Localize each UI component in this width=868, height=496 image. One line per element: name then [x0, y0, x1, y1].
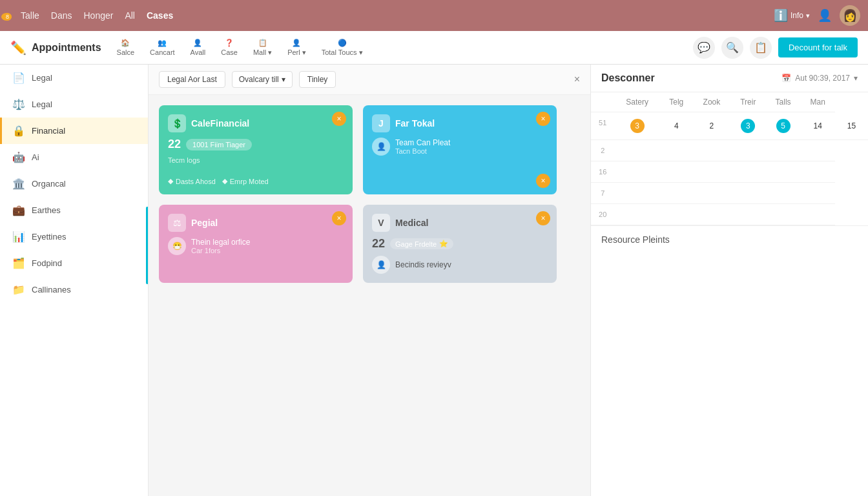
profile-button[interactable]: 👤: [818, 8, 832, 23]
card4-logo: V: [372, 214, 390, 232]
sidebar-item-eyettines[interactable]: 📊 Eyettines: [0, 223, 148, 250]
info-chevron-icon: ▾: [806, 12, 810, 20]
cal-day-3b[interactable]: 3: [730, 112, 765, 140]
card4-title: Medical: [395, 218, 428, 228]
srect-dropdown[interactable]: Perl ▾: [287, 48, 306, 57]
top-nav-links: Talle Dans Honger All Cases: [21, 10, 173, 21]
sidebar-label-earthes: Earthes: [32, 205, 61, 215]
filter-dropdown-label: Ovalcary till: [239, 75, 279, 84]
card1-footer: ◆ Dasts Ahosd ◆ Emrp Moted: [168, 177, 344, 185]
card1-footer-label1: Dasts Ahosd: [176, 178, 216, 185]
cal-empty-20: [614, 204, 834, 225]
files-icon: 📁: [12, 284, 25, 296]
chat-button[interactable]: 💬: [693, 37, 715, 59]
cal-header-treir: Treir: [730, 92, 765, 112]
docs-icon: 📋: [754, 41, 767, 54]
connect-button[interactable]: Decount for talk: [778, 37, 858, 57]
nav-item-cancart-label: Cancart: [150, 48, 175, 56]
chat-icon: 💬: [698, 41, 710, 54]
sidebar-item-earthes[interactable]: 💼 Earthes: [0, 197, 148, 223]
briefcase-icon: 💼: [12, 204, 25, 216]
card1-close-button[interactable]: ×: [332, 112, 346, 126]
cal-day-3a[interactable]: 3: [614, 112, 659, 140]
building-icon: 🏛️: [12, 178, 25, 190]
street-dropdown[interactable]: Mall ▾: [253, 48, 272, 57]
cal-day-4[interactable]: 4: [660, 112, 693, 140]
filter-close-button[interactable]: ×: [574, 74, 580, 85]
cal-header-talls: Talls: [766, 92, 801, 112]
chevron-down3-icon: ▾: [359, 48, 363, 57]
filter-chevron-icon: ▾: [282, 75, 285, 84]
srect-label: Perl: [287, 48, 300, 56]
sidebar-item-financial[interactable]: 🔒 Financial: [0, 118, 148, 144]
card-calefinancial: × 💲 CaleFinancial 22 1001 Fiim Tiager Te…: [159, 105, 353, 194]
nav-item-srect[interactable]: 👤 Perl ▾: [282, 36, 311, 59]
sidebar-item-fodpind[interactable]: 🗂️ Fodpind: [0, 250, 148, 276]
cal-week-51: 51: [591, 112, 614, 140]
cal-row-16: 16: [591, 161, 868, 183]
cal-day-14[interactable]: 14: [801, 112, 835, 140]
cal-day-5[interactable]: 5: [766, 112, 801, 140]
panel-chevron-icon: ▾: [854, 74, 858, 83]
nav-item-case-label: Case: [221, 48, 238, 56]
home-icon: 🏠: [121, 39, 130, 47]
card4-person-name: Becindis revieyv: [395, 260, 451, 269]
card3-person: 😷 Thein legal orfice Car 1fors: [168, 237, 344, 255]
card3-person-role: Car 1fors: [191, 247, 250, 254]
card3-logo: ⚖: [168, 214, 186, 232]
card2-title-row: J Far Tokal: [372, 114, 548, 132]
nav-item-salce[interactable]: 🏠 Salce: [112, 36, 140, 59]
search-button[interactable]: 🔍: [721, 37, 743, 59]
sidebar-label-legal1: Legal: [32, 73, 52, 83]
card4-close-button[interactable]: ×: [536, 211, 550, 225]
filter-dropdown[interactable]: Ovalcary till ▾: [232, 71, 293, 88]
sidebar-item-callinanes[interactable]: 📁 Callinanes: [0, 276, 148, 303]
card2-person-info: Team Can Pleat Tacn Boot: [395, 138, 450, 155]
cal-week-7: 7: [591, 183, 614, 204]
card-medical: × V Medical 22 Gage Frdelte ⭐ 👤: [363, 205, 557, 283]
sidebar-item-organcal[interactable]: 🏛️ Organcal: [0, 170, 148, 197]
docs-button[interactable]: 📋: [750, 37, 772, 59]
card4-avatar: 👤: [372, 256, 390, 274]
cal-empty-7: [614, 183, 834, 204]
sidebar-item-legal1[interactable]: 📄 Legal: [0, 65, 148, 91]
diamond2-icon: ◆: [222, 177, 227, 185]
nav-link-talle[interactable]: Talle: [21, 10, 39, 21]
nav-link-cases[interactable]: Cases: [147, 10, 173, 21]
nav-item-street[interactable]: 📋 Mall ▾: [248, 36, 277, 59]
nav-item-torre[interactable]: 👤 Avall: [185, 36, 211, 59]
nav-item-total[interactable]: 🔵 Total Toucs ▾: [316, 36, 368, 59]
cal-day-15[interactable]: 15: [835, 112, 868, 140]
panel-date-label: Aut 90:39, 2017: [795, 74, 850, 83]
resource-title: Resource Pleints: [601, 234, 670, 245]
avatar[interactable]: 👩: [840, 5, 860, 26]
scroll-indicator: [146, 207, 149, 284]
sidebar-label-callinanes: Callinanes: [32, 285, 71, 294]
card2-close-button[interactable]: ×: [536, 112, 550, 126]
card2-person: 👤 Team Can Pleat Tacn Boot: [372, 138, 548, 156]
cal-day-2[interactable]: 2: [693, 112, 730, 140]
sidebar-item-ai[interactable]: 🤖 Ai: [0, 144, 148, 170]
sidebar-label-ai: Ai: [32, 152, 39, 162]
nav-link-honger[interactable]: Honger: [83, 10, 113, 21]
nav-link-dans[interactable]: Dans: [51, 10, 72, 21]
nav-item-cancart[interactable]: 👥 Cancart: [145, 36, 180, 59]
card2-avatar: 👤: [372, 138, 390, 156]
right-panel: Desconner 📅 Aut 90:39, 2017 ▾ Satery Tel…: [590, 65, 868, 496]
second-nav-items: 🏠 Salce 👥 Cancart 👤 Avall ❓ Case 📋 Mall …: [112, 36, 683, 59]
question-icon: ❓: [225, 39, 234, 47]
total-dropdown[interactable]: Total Toucs ▾: [322, 48, 363, 57]
info-button[interactable]: ℹ️ Info ▾: [774, 8, 810, 23]
info-label: Info: [790, 11, 803, 20]
card3-close-button[interactable]: ×: [332, 211, 346, 225]
card4-badge-tag: Gage Frdelte ⭐: [390, 238, 453, 249]
card3-person-name: Thein legal orfice: [191, 238, 250, 247]
nav-item-case[interactable]: ❓ Case: [216, 36, 243, 59]
torre-dropdown[interactable]: Avall: [191, 48, 206, 56]
card2-close-button2[interactable]: ×: [536, 174, 550, 188]
nav-link-all[interactable]: All: [125, 10, 135, 21]
sidebar-item-legal2[interactable]: ⚖️ Legal: [0, 91, 148, 118]
calendar-icon: 📅: [781, 74, 791, 83]
sidebar-label-fodpind: Fodpind: [32, 258, 62, 268]
cal-week-16: 16: [591, 161, 614, 183]
